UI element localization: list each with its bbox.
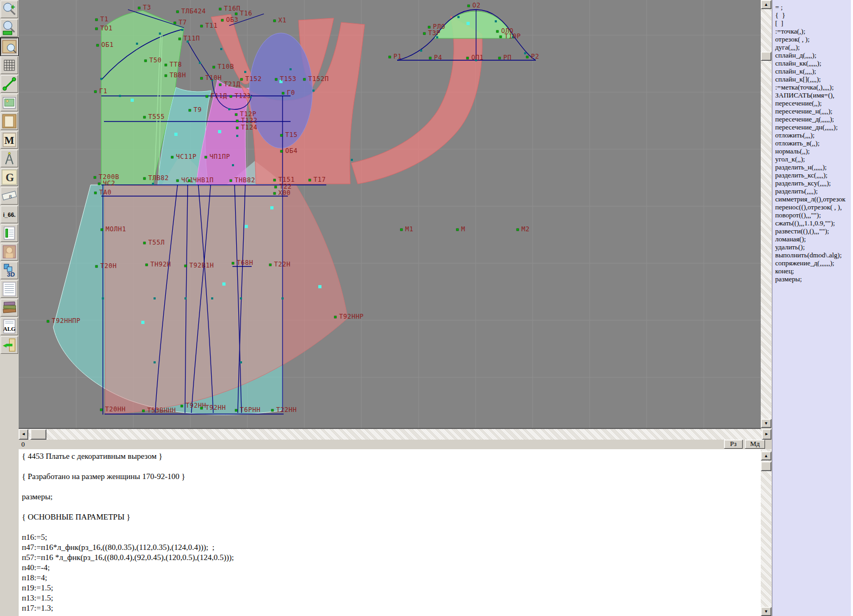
- curve-node-marker[interactable]: [232, 164, 234, 166]
- code-scroll-down-button[interactable]: ▼: [761, 607, 771, 616]
- point-marker[interactable]: [429, 57, 431, 59]
- function-item[interactable]: сплайн_д(,,,,);: [775, 51, 851, 59]
- point-marker[interactable]: [143, 177, 146, 180]
- point-marker[interactable]: [206, 95, 208, 98]
- function-item[interactable]: отрезок( , );: [775, 35, 851, 43]
- canvas-scroll-left-button[interactable]: ◄: [19, 429, 28, 440]
- curve-node-marker[interactable]: [495, 20, 497, 22]
- point-marker[interactable]: [138, 7, 140, 9]
- point-marker[interactable]: [205, 156, 207, 158]
- toolbar-zoom-in-button[interactable]: +: [1, 1, 18, 18]
- point-marker[interactable]: [236, 120, 238, 122]
- point-marker[interactable]: [273, 20, 276, 22]
- point-marker[interactable]: [146, 264, 148, 266]
- canvas-vscroll-track[interactable]: [761, 0, 771, 428]
- point-marker[interactable]: [456, 229, 458, 231]
- point-marker[interactable]: [101, 229, 103, 231]
- point-marker[interactable]: [94, 176, 96, 179]
- highlight-marker[interactable]: [318, 285, 321, 288]
- point-marker[interactable]: [221, 19, 223, 21]
- highlight-marker[interactable]: [131, 99, 134, 102]
- point-marker[interactable]: [275, 78, 277, 80]
- point-marker[interactable]: [98, 183, 100, 185]
- function-item[interactable]: :=точка(,);: [775, 27, 851, 35]
- curve-node-marker[interactable]: [289, 68, 292, 70]
- point-marker[interactable]: [309, 179, 311, 181]
- function-item[interactable]: разделить_кс(,,,,);: [775, 171, 851, 179]
- toolbar-grid-button[interactable]: [1, 56, 18, 74]
- point-marker[interactable]: [95, 265, 98, 268]
- piece-neck-insert-blue[interactable]: [250, 33, 312, 148]
- curve-node-marker[interactable]: [228, 108, 230, 110]
- curve-node-marker[interactable]: [154, 361, 156, 363]
- point-marker[interactable]: [176, 11, 179, 13]
- curve-node-marker[interactable]: [159, 33, 161, 35]
- function-item[interactable]: [ ]: [775, 19, 851, 27]
- canvas-hscroll-track[interactable]: [19, 429, 771, 440]
- toolbar-zoom-window-button[interactable]: [1, 19, 18, 37]
- code-vscroll-thumb[interactable]: [761, 461, 771, 471]
- point-marker[interactable]: [94, 91, 96, 93]
- point-marker[interactable]: [219, 84, 221, 86]
- function-item[interactable]: :=метка(точка(,),,,,);: [775, 83, 851, 91]
- md-button[interactable]: Мд: [745, 440, 765, 449]
- point-marker[interactable]: [230, 180, 232, 182]
- pattern-canvas-svg[interactable]: Т1ТО1ОБ1Т3ТЛБ424Т7Т11Т16ПТ16ОБ3Х1Т11ПТ50…: [19, 0, 761, 428]
- toolbar-view-detail-button[interactable]: [1, 38, 18, 55]
- point-marker[interactable]: [517, 229, 519, 231]
- curve-node-marker[interactable]: [102, 297, 104, 299]
- canvas-hscroll-thumb[interactable]: [30, 429, 46, 440]
- function-item[interactable]: сплайн_кк(,,,,,);: [775, 59, 851, 67]
- function-item[interactable]: поворот((),,,"");: [775, 211, 851, 219]
- code-vscroll-track[interactable]: [761, 449, 771, 616]
- point-marker[interactable]: [235, 409, 237, 411]
- point-marker[interactable]: [400, 229, 403, 231]
- canvas-scroll-up-button[interactable]: ▲: [761, 0, 771, 9]
- toolbar-model-photo-button[interactable]: [1, 243, 18, 261]
- point-marker[interactable]: [174, 22, 176, 24]
- function-item[interactable]: удалить();: [775, 243, 851, 251]
- function-item[interactable]: нормаль(,,);: [775, 147, 851, 155]
- point-marker[interactable]: [232, 262, 234, 264]
- rz-button[interactable]: Рз: [724, 440, 743, 449]
- function-item[interactable]: = ;: [775, 3, 851, 11]
- function-item[interactable]: пересечение_дн(,,,,,);: [775, 123, 851, 131]
- point-marker[interactable]: [184, 265, 187, 267]
- function-item[interactable]: отложить_в(,,);: [775, 139, 851, 147]
- curve-node-marker[interactable]: [199, 62, 201, 64]
- point-marker[interactable]: [303, 78, 305, 80]
- curve-node-marker[interactable]: [136, 43, 138, 45]
- function-item[interactable]: перенос((),отрезок( , ),: [775, 203, 851, 211]
- function-item[interactable]: { }: [775, 11, 851, 19]
- point-marker[interactable]: [200, 25, 203, 27]
- function-item[interactable]: сплайн_к(,,,,);: [775, 67, 851, 75]
- function-item[interactable]: разделить_н(,,,,,);: [775, 163, 851, 171]
- toolbar-segment-button[interactable]: [1, 75, 18, 93]
- point-marker[interactable]: [47, 320, 49, 322]
- point-marker[interactable]: [200, 77, 203, 79]
- canvas-scroll-down-button[interactable]: ▼: [761, 419, 771, 428]
- point-marker[interactable]: [142, 410, 144, 412]
- curve-node-marker[interactable]: [420, 50, 422, 52]
- point-marker[interactable]: [236, 127, 238, 129]
- point-marker[interactable]: [275, 186, 277, 188]
- algorithm-code-editor[interactable]: { 4453 Платье с декоративным вырезом }{ …: [19, 449, 761, 616]
- highlight-marker[interactable]: [245, 225, 248, 228]
- point-marker[interactable]: [280, 150, 283, 152]
- point-marker[interactable]: [496, 30, 498, 33]
- toolbar-text-document-button[interactable]: [1, 280, 18, 298]
- point-marker[interactable]: [273, 179, 276, 181]
- function-item[interactable]: пересечение_н(,,,,);: [775, 107, 851, 115]
- point-marker[interactable]: [176, 180, 179, 182]
- function-item[interactable]: конец;: [775, 267, 851, 275]
- function-item[interactable]: пересечение(,,);: [775, 99, 851, 107]
- function-item[interactable]: дуга(,,,);: [775, 43, 851, 51]
- point-marker[interactable]: [468, 5, 470, 7]
- pattern-drawing-canvas[interactable]: Т1ТО1ОБ1Т3ТЛБ424Т7Т11Т16ПТ16ОБ3Х1Т11ПТ50…: [19, 0, 761, 429]
- curve-node-marker[interactable]: [100, 78, 102, 80]
- toolbar-i66-button[interactable]: i_66.: [1, 206, 18, 223]
- toolbar-ruler-button[interactable]: 8: [1, 187, 18, 205]
- highlight-marker[interactable]: [174, 133, 178, 136]
- point-marker[interactable]: [143, 242, 146, 244]
- toolbar-detail-frame-button[interactable]: [1, 112, 18, 130]
